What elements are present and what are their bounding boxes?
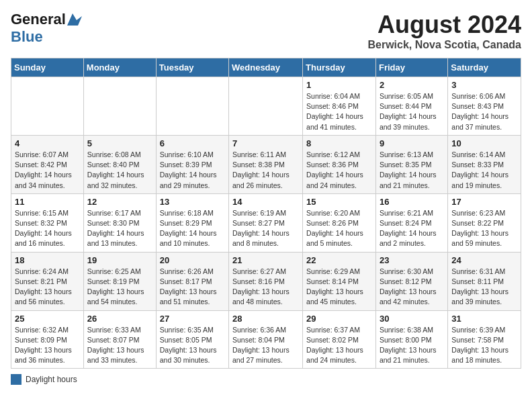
calendar-cell: 25Sunrise: 6:32 AM Sunset: 8:09 PM Dayli… <box>11 310 84 369</box>
day-header: Monday <box>83 58 156 77</box>
day-number: 6 <box>160 138 225 148</box>
calendar-cell: 30Sunrise: 6:38 AM Sunset: 8:00 PM Dayli… <box>375 310 447 369</box>
sun-info: Sunrise: 6:15 AM Sunset: 8:32 PM Dayligh… <box>15 208 80 249</box>
day-number: 23 <box>380 255 444 265</box>
sun-info: Sunrise: 6:11 AM Sunset: 8:38 PM Dayligh… <box>232 150 299 191</box>
day-number: 9 <box>380 138 444 148</box>
day-number: 20 <box>160 255 225 265</box>
calendar-cell: 5Sunrise: 6:08 AM Sunset: 8:40 PM Daylig… <box>83 135 156 193</box>
sun-info: Sunrise: 6:18 AM Sunset: 8:29 PM Dayligh… <box>160 208 225 249</box>
calendar-cell: 20Sunrise: 6:26 AM Sunset: 8:17 PM Dayli… <box>156 252 228 310</box>
day-number: 14 <box>232 197 299 207</box>
legend-label: Daylight hours <box>26 375 77 384</box>
day-header: Tuesday <box>156 58 228 77</box>
day-number: 18 <box>15 255 80 265</box>
month-title: August 2024 <box>367 11 521 39</box>
calendar-cell: 7Sunrise: 6:11 AM Sunset: 8:38 PM Daylig… <box>229 135 303 193</box>
day-number: 2 <box>380 80 444 90</box>
calendar-cell <box>83 77 156 136</box>
logo-bird-icon <box>67 13 82 26</box>
day-number: 31 <box>451 314 517 324</box>
sun-info: Sunrise: 6:10 AM Sunset: 8:39 PM Dayligh… <box>160 150 225 191</box>
day-number: 22 <box>306 255 372 265</box>
day-number: 13 <box>160 197 225 207</box>
calendar-cell: 9Sunrise: 6:13 AM Sunset: 8:35 PM Daylig… <box>375 135 447 193</box>
day-number: 24 <box>451 255 517 265</box>
calendar-cell <box>11 77 84 136</box>
calendar-cell: 19Sunrise: 6:25 AM Sunset: 8:19 PM Dayli… <box>83 252 156 310</box>
sun-info: Sunrise: 6:20 AM Sunset: 8:26 PM Dayligh… <box>306 208 372 249</box>
calendar-cell: 24Sunrise: 6:31 AM Sunset: 8:11 PM Dayli… <box>448 252 521 310</box>
day-number: 19 <box>87 255 152 265</box>
calendar-cell: 17Sunrise: 6:23 AM Sunset: 8:22 PM Dayli… <box>448 193 521 252</box>
legend: Daylight hours <box>11 374 521 385</box>
sun-info: Sunrise: 6:14 AM Sunset: 8:33 PM Dayligh… <box>451 150 517 191</box>
calendar-cell: 10Sunrise: 6:14 AM Sunset: 8:33 PM Dayli… <box>448 135 521 193</box>
day-number: 7 <box>232 138 299 148</box>
logo-general: General <box>11 11 66 28</box>
logo: General Blue <box>11 11 82 46</box>
sun-info: Sunrise: 6:27 AM Sunset: 8:16 PM Dayligh… <box>232 267 299 308</box>
sun-info: Sunrise: 6:38 AM Sunset: 8:00 PM Dayligh… <box>380 325 444 366</box>
day-number: 30 <box>380 314 444 324</box>
calendar-cell: 12Sunrise: 6:17 AM Sunset: 8:30 PM Dayli… <box>83 193 156 252</box>
day-header: Saturday <box>448 58 521 77</box>
sun-info: Sunrise: 6:23 AM Sunset: 8:22 PM Dayligh… <box>451 208 517 249</box>
day-header: Friday <box>375 58 447 77</box>
calendar-cell <box>156 77 228 136</box>
legend-box <box>11 374 21 385</box>
calendar-cell: 18Sunrise: 6:24 AM Sunset: 8:21 PM Dayli… <box>11 252 84 310</box>
calendar-cell: 14Sunrise: 6:19 AM Sunset: 8:27 PM Dayli… <box>229 193 303 252</box>
calendar-cell: 13Sunrise: 6:18 AM Sunset: 8:29 PM Dayli… <box>156 193 228 252</box>
calendar-cell: 8Sunrise: 6:12 AM Sunset: 8:36 PM Daylig… <box>303 135 376 193</box>
sun-info: Sunrise: 6:13 AM Sunset: 8:35 PM Dayligh… <box>380 150 444 191</box>
calendar-cell: 16Sunrise: 6:21 AM Sunset: 8:24 PM Dayli… <box>375 193 447 252</box>
day-number: 11 <box>15 197 80 207</box>
day-number: 4 <box>15 138 80 148</box>
day-number: 3 <box>451 80 517 90</box>
sun-info: Sunrise: 6:31 AM Sunset: 8:11 PM Dayligh… <box>451 267 517 308</box>
calendar-cell: 3Sunrise: 6:06 AM Sunset: 8:43 PM Daylig… <box>448 77 521 136</box>
svg-marker-0 <box>67 13 82 26</box>
sun-info: Sunrise: 6:06 AM Sunset: 8:43 PM Dayligh… <box>451 91 517 132</box>
day-number: 10 <box>451 138 517 148</box>
sun-info: Sunrise: 6:04 AM Sunset: 8:46 PM Dayligh… <box>306 91 372 132</box>
day-number: 25 <box>15 314 80 324</box>
sun-info: Sunrise: 6:07 AM Sunset: 8:42 PM Dayligh… <box>15 150 80 191</box>
calendar-cell: 29Sunrise: 6:37 AM Sunset: 8:02 PM Dayli… <box>303 310 376 369</box>
day-number: 12 <box>87 197 152 207</box>
calendar-cell: 21Sunrise: 6:27 AM Sunset: 8:16 PM Dayli… <box>229 252 303 310</box>
sun-info: Sunrise: 6:05 AM Sunset: 8:44 PM Dayligh… <box>380 91 444 132</box>
sun-info: Sunrise: 6:39 AM Sunset: 7:58 PM Dayligh… <box>451 325 517 366</box>
sun-info: Sunrise: 6:24 AM Sunset: 8:21 PM Dayligh… <box>15 267 80 308</box>
sun-info: Sunrise: 6:12 AM Sunset: 8:36 PM Dayligh… <box>306 150 372 191</box>
day-header: Sunday <box>11 58 84 77</box>
title-area: August 2024 Berwick, Nova Scotia, Canada <box>367 11 521 51</box>
day-number: 15 <box>306 197 372 207</box>
sun-info: Sunrise: 6:36 AM Sunset: 8:04 PM Dayligh… <box>232 325 299 366</box>
logo-blue: Blue <box>11 28 43 45</box>
sun-info: Sunrise: 6:17 AM Sunset: 8:30 PM Dayligh… <box>87 208 152 249</box>
calendar-cell: 26Sunrise: 6:33 AM Sunset: 8:07 PM Dayli… <box>83 310 156 369</box>
calendar-cell: 2Sunrise: 6:05 AM Sunset: 8:44 PM Daylig… <box>375 77 447 136</box>
day-number: 8 <box>306 138 372 148</box>
day-number: 17 <box>451 197 517 207</box>
calendar-cell: 27Sunrise: 6:35 AM Sunset: 8:05 PM Dayli… <box>156 310 228 369</box>
day-number: 21 <box>232 255 299 265</box>
calendar-cell: 6Sunrise: 6:10 AM Sunset: 8:39 PM Daylig… <box>156 135 228 193</box>
day-number: 27 <box>160 314 225 324</box>
sun-info: Sunrise: 6:37 AM Sunset: 8:02 PM Dayligh… <box>306 325 372 366</box>
calendar-cell: 11Sunrise: 6:15 AM Sunset: 8:32 PM Dayli… <box>11 193 84 252</box>
sun-info: Sunrise: 6:21 AM Sunset: 8:24 PM Dayligh… <box>380 208 444 249</box>
sun-info: Sunrise: 6:33 AM Sunset: 8:07 PM Dayligh… <box>87 325 152 366</box>
calendar-cell: 1Sunrise: 6:04 AM Sunset: 8:46 PM Daylig… <box>303 77 376 136</box>
calendar-cell: 31Sunrise: 6:39 AM Sunset: 7:58 PM Dayli… <box>448 310 521 369</box>
sun-info: Sunrise: 6:19 AM Sunset: 8:27 PM Dayligh… <box>232 208 299 249</box>
day-header: Wednesday <box>229 58 303 77</box>
calendar-cell: 28Sunrise: 6:36 AM Sunset: 8:04 PM Dayli… <box>229 310 303 369</box>
calendar-cell: 15Sunrise: 6:20 AM Sunset: 8:26 PM Dayli… <box>303 193 376 252</box>
header: General Blue August 2024 Berwick, Nova S… <box>11 11 521 51</box>
calendar-cell: 23Sunrise: 6:30 AM Sunset: 8:12 PM Dayli… <box>375 252 447 310</box>
calendar-cell: 4Sunrise: 6:07 AM Sunset: 8:42 PM Daylig… <box>11 135 84 193</box>
sun-info: Sunrise: 6:35 AM Sunset: 8:05 PM Dayligh… <box>160 325 225 366</box>
